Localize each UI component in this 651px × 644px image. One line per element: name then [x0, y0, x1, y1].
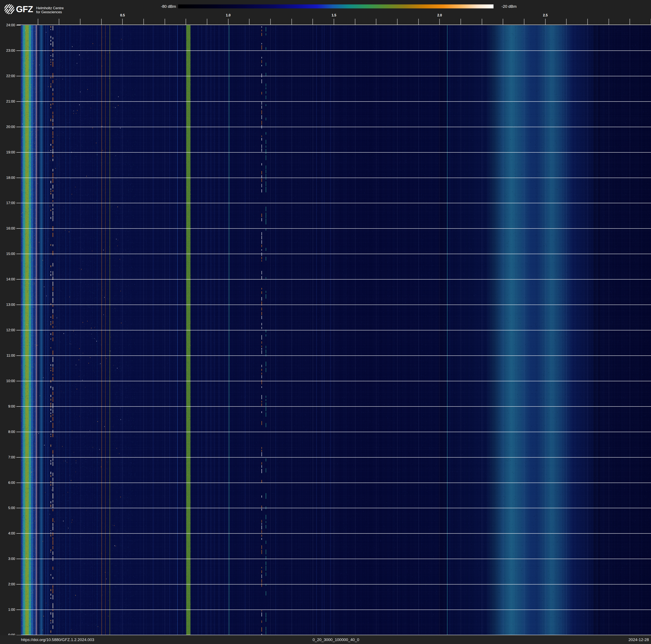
time-tick	[17, 51, 21, 51]
time-tick	[17, 482, 21, 483]
time-tick-label: 7:00	[0, 455, 15, 460]
org-line1: Helmholtz Centre	[36, 6, 64, 10]
freq-tick	[376, 19, 376, 25]
time-tick	[17, 330, 21, 330]
time-tick-label: 6:00	[0, 481, 15, 485]
time-tick	[17, 584, 21, 585]
freq-tick-label: 2.0	[433, 13, 446, 17]
time-tick-label: 17:00	[0, 201, 15, 205]
freq-tick	[609, 19, 609, 25]
freq-tick	[186, 19, 186, 25]
time-tick-label: 11:00	[0, 354, 15, 358]
org-line2: for Geosciences	[36, 10, 62, 14]
freq-tick	[566, 19, 566, 25]
colorbar-min-label: -80 dBm	[157, 4, 176, 9]
freq-tick	[503, 19, 503, 25]
freq-tick	[629, 19, 630, 25]
freq-tick	[291, 19, 292, 25]
time-tick	[17, 228, 21, 229]
freq-tick	[545, 19, 546, 25]
time-tick	[17, 304, 21, 305]
time-tick-label: 15:00	[0, 252, 15, 256]
time-tick	[17, 101, 21, 102]
time-tick-label: 4:00	[0, 531, 15, 535]
frequency-axis-line	[17, 25, 651, 25]
freq-tick	[397, 19, 398, 25]
time-tick-label: 2:00	[0, 582, 15, 586]
freq-tick	[270, 19, 271, 25]
gfz-brand-text: GFZ	[16, 4, 33, 14]
freq-tick	[355, 19, 355, 25]
freq-tick	[59, 19, 59, 25]
colorbar-max-label: -20 dBm	[501, 4, 517, 9]
time-tick	[17, 355, 21, 356]
time-tick	[17, 152, 21, 153]
params-text: 0_20_3000_100000_40_0	[21, 635, 651, 644]
freq-tick	[587, 19, 588, 25]
freq-tick	[101, 19, 102, 25]
time-tick-label: 24:00	[0, 23, 15, 27]
freq-tick	[207, 19, 207, 25]
time-tick-label: 16:00	[0, 226, 15, 231]
time-tick-label: 3:00	[0, 557, 15, 561]
time-tick-label: 12:00	[0, 328, 15, 332]
freq-tick	[80, 19, 81, 25]
freq-tick-label: 1.0	[222, 13, 235, 17]
time-tick	[17, 178, 21, 178]
time-tick-label: 9:00	[0, 404, 15, 409]
freq-tick	[439, 19, 440, 25]
time-tick	[17, 279, 21, 280]
time-tick-label: 21:00	[0, 99, 15, 104]
footer-bar: https://doi.org/10.5880/GFZ.1.2.2024.003…	[0, 635, 651, 644]
freq-tick	[122, 19, 123, 25]
freq-tick	[418, 19, 419, 25]
time-tick	[17, 254, 21, 254]
time-tick-label: 20:00	[0, 125, 15, 129]
time-tick	[17, 76, 21, 76]
time-tick	[17, 432, 21, 432]
time-tick	[17, 25, 21, 25]
time-tick-label: 23:00	[0, 49, 15, 53]
freq-tick	[312, 19, 313, 25]
time-tick-label: 5:00	[0, 506, 15, 510]
time-tick-label: 14:00	[0, 277, 15, 282]
time-tick	[17, 508, 21, 508]
time-tick	[17, 533, 21, 534]
freq-tick	[482, 19, 482, 25]
time-tick	[17, 457, 21, 458]
freq-tick-label: 2.5	[539, 13, 552, 17]
freq-tick	[524, 19, 524, 25]
time-tick	[17, 610, 21, 610]
spectrogram-canvas	[21, 25, 651, 635]
time-tick	[17, 381, 21, 381]
time-tick-label: 19:00	[0, 150, 15, 154]
time-tick	[17, 406, 21, 407]
freq-tick-label: 1.5	[328, 13, 340, 17]
freq-tick	[165, 19, 165, 25]
freq-tick	[144, 19, 144, 25]
freq-tick	[461, 19, 461, 25]
colorbar	[178, 4, 494, 8]
freq-tick	[38, 19, 38, 25]
time-tick-label: 22:00	[0, 74, 15, 78]
spectrogram-page: GFZ Helmholtz Centre for Geosciences -80…	[0, 0, 651, 644]
freq-tick	[228, 19, 228, 25]
date-text: 2024-12-28	[628, 635, 649, 644]
time-tick-label: 8:00	[0, 430, 15, 434]
time-tick-label: 13:00	[0, 303, 15, 307]
time-tick	[17, 127, 21, 127]
time-tick-label: 1:00	[0, 608, 15, 612]
gfz-org-name: Helmholtz Centre for Geosciences	[36, 6, 64, 14]
freq-tick	[334, 19, 334, 25]
freq-tick	[249, 19, 249, 25]
gfz-logo-icon	[4, 4, 14, 14]
freq-tick-label: 0.5	[116, 13, 129, 17]
time-tick-label: 10:00	[0, 379, 15, 383]
time-tick-label: 18:00	[0, 176, 15, 180]
time-tick	[17, 559, 21, 559]
time-tick	[17, 203, 21, 203]
